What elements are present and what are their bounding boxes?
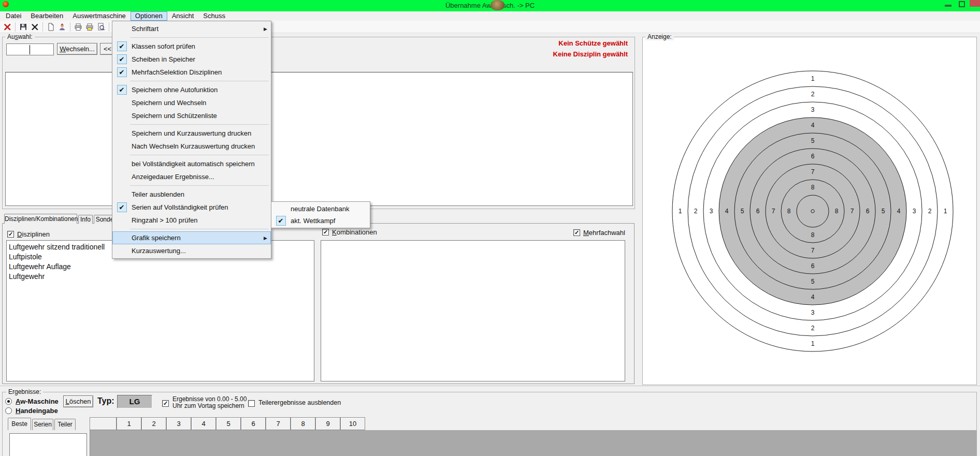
options-menu-item[interactable]: Grafik speichern▶ [112, 231, 271, 244]
options-menu-item[interactable]: Kurzauswertung... [112, 244, 271, 257]
menu-item-label: Kurzauswertung... [129, 247, 261, 255]
submenu-arrow-icon: ▶ [261, 236, 269, 241]
table-column-header[interactable]: 5 [216, 417, 241, 430]
options-menu-item[interactable]: Teiler ausblenden [112, 188, 271, 201]
menubar-item-optionen[interactable]: Optionen [131, 11, 167, 21]
delete-icon[interactable] [30, 22, 39, 32]
table-column-header[interactable]: 3 [166, 417, 191, 430]
target-graphic: 11112222333344445555666677778888 [643, 37, 976, 385]
delete-button[interactable]: Löschen [63, 395, 93, 407]
combinations-checkbox[interactable]: ✓ Kombinationen [322, 229, 377, 236]
save-icon[interactable] [19, 22, 28, 32]
ring-number: 4 [897, 208, 901, 215]
aw-machine-radio[interactable] [5, 398, 12, 405]
shooter-icon[interactable] [57, 22, 67, 32]
selection-group-label: Auswahl: [5, 33, 35, 40]
toolbar-separator [42, 22, 43, 32]
disciplines-listbox[interactable]: Luftgewehr sitzend traditionellLuftpisto… [6, 240, 314, 381]
options-menu-item[interactable]: ✔Serien auf Vollständigkeit prüfen [112, 201, 271, 214]
options-menu-item[interactable]: Nach Wechseln Kurzauswertung drucken [112, 140, 271, 153]
menu-item-label: Speichern und Wechseln [129, 99, 261, 107]
menu-item-label: Speichern und Kurzauswertung drucken [129, 129, 261, 137]
ring-number: 6 [811, 153, 815, 160]
table-column-header[interactable]: 7 [266, 417, 291, 430]
menubar-item-bearbeiten[interactable]: Bearbeiten [26, 11, 68, 21]
menu-checkmark: ✔ [114, 85, 129, 95]
app-icon [3, 1, 9, 7]
tab-disziplinen-kombinationen[interactable]: Disziplinen/Kombinationen [4, 214, 77, 224]
results-tab-serien[interactable]: Serien [32, 419, 53, 430]
submenu-item[interactable]: neutrale Datenbank [271, 203, 370, 215]
menu-checkmark: ✔ [273, 216, 289, 226]
minimize-button[interactable] [945, 5, 952, 7]
tab-info[interactable]: Info [78, 215, 93, 224]
ring-number: 6 [756, 208, 760, 215]
menu-item-label: Speichern und Schützenliste [129, 112, 261, 120]
menubar-item-schuss[interactable]: Schuss [198, 11, 230, 21]
menubar-item-ansicht[interactable]: Ansicht [167, 11, 199, 21]
options-menu-item[interactable]: ✔MehrfachSelektion Disziplinen [112, 66, 271, 79]
ring-number: 8 [811, 231, 815, 239]
print-icon[interactable] [74, 22, 83, 32]
abort-icon[interactable] [3, 22, 12, 32]
options-menu-item[interactable]: bei Vollständigkeit automatisch speicher… [112, 157, 271, 170]
menu-separator-line [130, 155, 269, 155]
options-menu-item[interactable]: Schriftart▶ [112, 22, 271, 35]
menubar-item-datei[interactable]: Datei [1, 11, 26, 21]
submenu-item[interactable]: ✔akt. Wettkampf [271, 215, 370, 227]
options-menu-item[interactable]: Anzeigedauer Ergebnisse... [112, 170, 271, 183]
manual-entry-radio-label[interactable]: Handeingabe [16, 407, 58, 415]
close-button[interactable] [970, 0, 980, 7]
table-column-header[interactable]: 10 [340, 417, 365, 430]
print-color-icon[interactable] [85, 22, 94, 32]
ring-number: 7 [811, 247, 815, 254]
print-preview-icon[interactable] [96, 22, 106, 32]
wechseln-button[interactable]: Wechseln... [57, 43, 97, 55]
options-menu-item[interactable]: Speichern und Wechseln [112, 96, 271, 109]
table-column-header[interactable]: 1 [117, 417, 141, 430]
type-value-box: LG [117, 395, 152, 408]
title-bar: Übernahme Aw-Masch. -> PC [0, 0, 980, 11]
options-menu-item[interactable]: Ringzahl > 100 prüfen [112, 214, 271, 227]
menubar-item-auswertmaschine[interactable]: Auswertmaschine [68, 11, 131, 21]
table-column-header[interactable]: 9 [315, 417, 340, 430]
ring-number: 8 [835, 208, 839, 215]
menu-checkmark: ✔ [114, 54, 129, 64]
new-document-icon[interactable] [46, 22, 55, 32]
checkmark-icon: ✔ [276, 216, 286, 226]
options-menu-item[interactable]: Speichern und Kurzauswertung drucken [112, 127, 271, 140]
list-item[interactable]: Luftgewehr [7, 272, 314, 282]
hide-teiler-checkbox[interactable] [248, 400, 255, 407]
manual-entry-radio[interactable] [5, 407, 12, 414]
table-column-header[interactable]: 8 [291, 417, 315, 430]
menu-item-label: Klassen sofort prüfen [129, 42, 261, 50]
results-tab-beste[interactable]: Beste [8, 418, 31, 430]
multi-select-checkbox[interactable]: ✓ Mehrfachwahl [573, 229, 625, 237]
options-menu-item[interactable]: ✔Klassen sofort prüfen [112, 40, 271, 53]
ring-number: 7 [772, 208, 775, 215]
results-table-body[interactable] [90, 430, 977, 456]
ring-number: 8 [787, 208, 791, 215]
table-column-header[interactable]: 6 [241, 417, 266, 430]
list-item[interactable]: Luftgewehr Auflage [7, 262, 314, 272]
options-menu-item[interactable]: Speichern und Schützenliste [112, 109, 271, 122]
table-column-header[interactable]: 2 [141, 417, 166, 430]
options-menu-item[interactable]: ✔Speichern ohne Autofunktion [112, 83, 271, 96]
save-to-previous-day-checkbox[interactable]: ✓ [162, 400, 169, 407]
disciplines-checkbox-label: Disziplinen [17, 231, 50, 238]
selection-input[interactable] [6, 43, 54, 55]
display-groupbox: Anzeige: 1111222233334444555566667777888… [642, 37, 977, 385]
aw-machine-radio-label[interactable]: Aw-Maschine [16, 398, 59, 405]
results-tab-teiler[interactable]: Teiler [54, 419, 76, 430]
disciplines-checkbox[interactable]: ✓ Disziplinen [7, 231, 50, 238]
ring-number: 3 [710, 208, 713, 215]
maximize-button[interactable] [959, 1, 965, 7]
ring-number: 1 [679, 208, 682, 215]
options-menu-item[interactable]: ✔Scheiben in Speicher [112, 53, 271, 66]
ring-number: 7 [851, 208, 854, 215]
results-listbox[interactable] [9, 433, 87, 456]
menu-separator-line [130, 124, 269, 125]
combinations-listbox[interactable] [321, 240, 625, 381]
selection-list[interactable] [5, 72, 633, 206]
table-column-header[interactable]: 4 [191, 417, 216, 430]
